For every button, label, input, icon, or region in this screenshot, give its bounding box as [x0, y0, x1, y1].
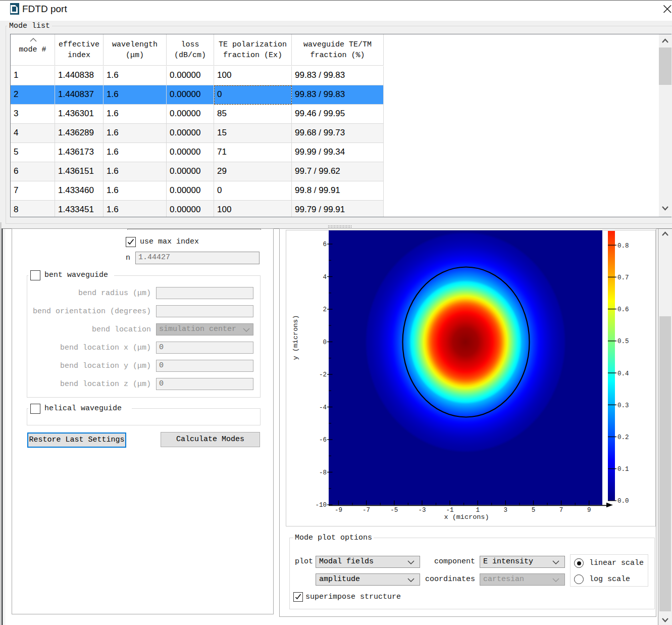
svg-text:6: 6 [323, 241, 327, 248]
svg-text:-1: -1 [446, 507, 453, 514]
svg-text:5: 5 [532, 507, 536, 514]
svg-text:-4: -4 [319, 404, 327, 411]
svg-text:4: 4 [323, 274, 327, 281]
svg-text:7: 7 [559, 507, 563, 514]
svg-text:0.7: 0.7 [617, 274, 629, 281]
svg-text:1: 1 [476, 507, 480, 514]
svg-text:0.1: 0.1 [617, 466, 629, 473]
svg-text:-3: -3 [418, 507, 426, 514]
svg-text:2: 2 [323, 306, 327, 313]
svg-text:0.6: 0.6 [617, 306, 629, 313]
svg-text:0.2: 0.2 [617, 434, 629, 441]
svg-text:-6: -6 [319, 437, 327, 444]
svg-text:-7: -7 [363, 507, 370, 514]
svg-text:0.0: 0.0 [617, 498, 629, 505]
svg-text:-8: -8 [319, 469, 327, 476]
svg-text:-2: -2 [319, 371, 327, 378]
svg-text:0.8: 0.8 [617, 243, 629, 250]
svg-text:0.3: 0.3 [617, 402, 629, 409]
svg-text:0: 0 [323, 339, 327, 346]
svg-text:-5: -5 [390, 507, 398, 514]
svg-text:0.4: 0.4 [617, 370, 629, 377]
svg-text:9: 9 [587, 507, 591, 514]
svg-text:0.5: 0.5 [617, 338, 629, 345]
svg-text:y (microns): y (microns) [292, 315, 299, 360]
svg-text:3: 3 [504, 507, 508, 514]
svg-text:x (microns): x (microns) [444, 513, 489, 521]
svg-text:-9: -9 [335, 507, 342, 514]
svg-text:-10: -10 [315, 502, 327, 509]
